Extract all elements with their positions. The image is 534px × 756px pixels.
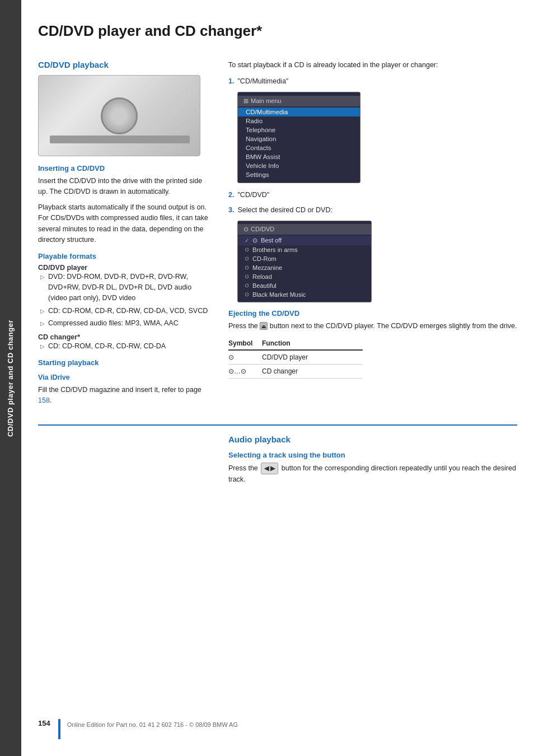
- cd-check-icon: ✓: [245, 237, 249, 244]
- bullet-text-cd-changer: CD: CD-ROM, CD-R, CD-RW, CD-DA: [48, 341, 166, 352]
- via-idrive-text: Fill the CD/DVD magazine and insert it, …: [38, 385, 212, 407]
- cd-item-cdrom: ⊙ CD-Rom: [238, 254, 371, 263]
- menu-item-settings: Settings: [238, 170, 360, 179]
- via-idrive-heading: Via iDrive: [38, 374, 212, 381]
- cd-item-brothers: ⊙ Brothers in arms: [238, 245, 371, 254]
- step-1-text: "CD/Multimedia": [237, 76, 288, 87]
- audio-left-col: [38, 435, 212, 489]
- step-2: 2. "CD/DVD": [228, 190, 517, 200]
- menu-item-contacts: Contacts: [238, 143, 360, 152]
- audio-playback-heading: Audio playback: [228, 435, 517, 444]
- right-column: To start playback if a CD is already loc…: [228, 60, 517, 411]
- cd-item-mezzanine: ⊙ Mezzanine: [238, 263, 371, 272]
- eject-button-icon: ⏏: [260, 322, 268, 330]
- cd-disc-4: ⊙: [245, 273, 249, 279]
- table-col-function: Function: [262, 337, 363, 350]
- cd-item-bestoff: ✓ ⊙ Best off: [238, 236, 371, 245]
- page-link[interactable]: 158: [38, 396, 50, 404]
- main-menu-screenshot: ⊞ Main menu CD/Multimedia Radio Telephon…: [237, 92, 360, 183]
- bullet-arrow-compressed: ▷: [40, 319, 45, 328]
- page-title: CD/DVD player and CD changer*: [38, 22, 517, 44]
- menu-item-vehicleinfo: Vehicle Info: [238, 161, 360, 170]
- starting-playback-heading: Starting playback: [38, 358, 212, 367]
- step-3: 3. Select the desired CD or DVD:: [228, 205, 517, 216]
- bullet-arrow-cd: ▷: [40, 307, 45, 315]
- dvd-bullet-list: ▷ DVD: DVD-ROM, DVD-R, DVD+R, DVD-RW, DV…: [40, 272, 212, 329]
- inserting-text-1: Insert the CD/DVD into the drive with th…: [38, 176, 212, 198]
- cd-changer-bullet-list: ▷ CD: CD-ROM, CD-R, CD-RW, CD-DA: [40, 341, 212, 352]
- bullet-item-dvd: ▷ DVD: DVD-ROM, DVD-R, DVD+R, DVD-RW, DV…: [40, 272, 212, 303]
- menu-item-cdmultimedia: CD/Multimedia: [238, 108, 360, 116]
- footer-bar: [58, 719, 60, 739]
- symbol-cd-changer: ⊙…⊙: [228, 364, 262, 378]
- track-button[interactable]: ◀ ▶: [261, 463, 278, 474]
- bullet-item-cd: ▷ CD: CD-ROM, CD-R, CD-RW, CD-DA, VCD, S…: [40, 306, 212, 316]
- selecting-track-text: Press the ◀ ▶ button for the correspondi…: [228, 463, 517, 485]
- audio-two-col: Audio playback Selecting a track using t…: [38, 435, 517, 489]
- cd-dvd-screenshot: ⊙ CD/DVD ✓ ⊙ Best off ⊙ Brothers in arms…: [237, 221, 372, 302]
- function-cd-dvd: CD/DVD player: [262, 350, 363, 365]
- bullet-arrow-dvd: ▷: [40, 273, 45, 281]
- ejecting-text: Press the ⏏ button next to the CD/DVD pl…: [228, 321, 517, 332]
- main-content: CD/DVD player and CD changer* CD/DVD pla…: [21, 0, 534, 525]
- ejecting-heading: Ejecting the CD/DVD: [228, 309, 517, 318]
- cd-disc-1: ⊙: [245, 246, 249, 253]
- cd-disc-6: ⊙: [245, 291, 249, 297]
- symbol-table: Symbol Function ⊙ CD/DVD player ⊙…⊙ CD c…: [228, 337, 363, 379]
- table-row-cd-dvd: ⊙ CD/DVD player: [228, 350, 363, 365]
- cd-disc-5: ⊙: [245, 282, 249, 288]
- cd-item-reload: ⊙ Reload: [238, 272, 371, 281]
- selecting-track-heading: Selecting a track using the button: [228, 451, 517, 459]
- cd-dvd-player-label: CD/DVD player: [38, 264, 212, 272]
- step-3-text: Select the desired CD or DVD:: [237, 205, 332, 216]
- cd-screenshot-header: ⊙ CD/DVD: [238, 224, 371, 235]
- bullet-text-compressed: Compressed audio files: MP3, WMA, AAC: [48, 318, 179, 329]
- inserting-text-2: Playback starts automatically if the sou…: [38, 202, 212, 246]
- cd-screen-title: CD/DVD: [251, 226, 274, 232]
- audio-section: Audio playback Selecting a track using t…: [38, 435, 517, 489]
- cd-item-blackmarket: ⊙ Black Market Music: [238, 290, 371, 299]
- menu-header: ⊞ Main menu: [238, 96, 360, 106]
- bullet-item-compressed: ▷ Compressed audio files: MP3, WMA, AAC: [40, 318, 212, 329]
- bullet-arrow-cd-changer: ▷: [40, 342, 45, 351]
- selecting-text-1: Press the: [228, 464, 258, 472]
- step-1: 1. "CD/Multimedia": [228, 76, 517, 87]
- bullet-text-cd: CD: CD-ROM, CD-R, CD-RW, CD-DA, VCD, SVC…: [48, 306, 208, 316]
- page-footer: 154 Online Edition for Part no. 01 41 2 …: [21, 719, 534, 739]
- sidebar-tab: CD/DVD player and CD changer: [0, 0, 21, 756]
- cd-disc-3: ⊙: [245, 264, 249, 270]
- cd-disc-2: ⊙: [245, 255, 249, 262]
- inserting-heading: Inserting a CD/DVD: [38, 164, 212, 172]
- symbol-cd-dvd: ⊙: [228, 350, 262, 365]
- step-2-text: "CD/DVD": [237, 190, 269, 200]
- cd-icon-disc: ⊙: [252, 237, 257, 244]
- playable-formats-heading: Playable formats: [38, 252, 212, 260]
- function-cd-changer: CD changer: [262, 364, 363, 378]
- footer-text: Online Edition for Part no. 01 41 2 602 …: [67, 719, 238, 728]
- step-1-num: 1.: [228, 76, 234, 87]
- audio-right-col: Audio playback Selecting a track using t…: [228, 435, 517, 489]
- right-intro-text: To start playback if a CD is already loc…: [228, 60, 517, 71]
- two-column-layout: CD/DVD playback Inserting a CD/DVD Inser…: [38, 60, 517, 411]
- bullet-text-dvd: DVD: DVD-ROM, DVD-R, DVD+R, DVD-RW, DVD+…: [48, 272, 212, 303]
- menu-item-bmwassist: BMW Assist: [238, 152, 360, 161]
- sidebar-tab-label: CD/DVD player and CD changer: [7, 319, 15, 436]
- cd-screen-icon: ⊙: [243, 226, 249, 233]
- cd-item-beautiful: ⊙ Beautiful: [238, 281, 371, 290]
- menu-title: Main menu: [251, 97, 281, 104]
- left-column: CD/DVD playback Inserting a CD/DVD Inser…: [38, 60, 212, 411]
- page-number: 154: [38, 719, 50, 727]
- menu-item-telephone: Telephone: [238, 125, 360, 134]
- step-3-num: 3.: [228, 205, 234, 216]
- cd-player-image: [38, 75, 200, 156]
- menu-item-navigation: Navigation: [238, 134, 360, 143]
- section-divider: [38, 424, 517, 426]
- table-row-cd-changer: ⊙…⊙ CD changer: [228, 364, 363, 378]
- step-2-num: 2.: [228, 190, 234, 200]
- cd-dvd-playback-heading: CD/DVD playback: [38, 60, 212, 69]
- menu-icon: ⊞: [243, 97, 249, 105]
- menu-item-radio: Radio: [238, 116, 360, 125]
- cd-changer-label: CD changer*: [38, 333, 212, 341]
- bullet-item-cd-changer: ▷ CD: CD-ROM, CD-R, CD-RW, CD-DA: [40, 341, 212, 352]
- table-col-symbol: Symbol: [228, 337, 262, 350]
